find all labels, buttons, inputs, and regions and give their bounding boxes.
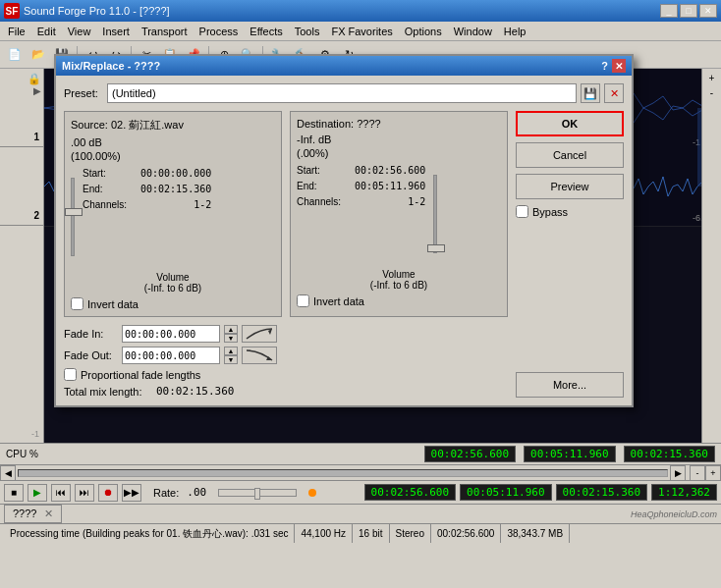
stop-button[interactable]: ■	[4, 484, 24, 502]
source-end-value: 00:02:15.360	[140, 182, 211, 197]
dest-invert-row: Invert data	[297, 294, 501, 307]
next-button[interactable]: ⏭	[75, 484, 94, 502]
ok-button[interactable]: OK	[516, 111, 624, 136]
menu-file[interactable]: File	[2, 24, 31, 39]
dest-pct: (.00%)	[297, 147, 501, 159]
menu-transport[interactable]: Transport	[136, 24, 194, 39]
fade-out-spinner: ▲ ▼	[224, 347, 238, 364]
freq-status: 44,100 Hz	[295, 524, 353, 543]
tab-main[interactable]: ???? ✕	[4, 505, 62, 523]
menu-view[interactable]: View	[62, 24, 97, 39]
title-bar: SF Sound Forge Pro 11.0 - [????] _ □ ✕	[0, 0, 721, 22]
menu-bar: File Edit View Insert Transport Process …	[0, 22, 721, 41]
dialog-close-button[interactable]: ✕	[612, 59, 626, 73]
source-channels-value: 1-2	[194, 197, 211, 213]
source-volume-slider[interactable]	[71, 174, 75, 260]
zoom-decrease-button[interactable]: -	[690, 465, 705, 481]
menu-window[interactable]: Window	[448, 24, 498, 39]
source-slider-thumb[interactable]	[65, 208, 83, 216]
dest-invert-checkbox[interactable]	[297, 294, 309, 307]
proportional-checkbox[interactable]	[64, 368, 77, 381]
fade-out-shape-button[interactable]	[242, 347, 277, 364]
source-start-label: Start:	[83, 166, 137, 182]
scroll-left-button[interactable]: ◀	[0, 465, 16, 481]
delete-preset-button[interactable]: ✕	[604, 83, 624, 103]
tab-close-icon[interactable]: ✕	[44, 508, 53, 519]
rate-value: .00	[187, 486, 206, 499]
fade-in-up-button[interactable]: ▲	[224, 325, 238, 334]
dest-invert-label: Invert data	[313, 295, 364, 307]
track-number-1: 1	[33, 132, 39, 142]
bypass-checkbox[interactable]	[516, 205, 528, 218]
preset-select[interactable]: (Untitled) ▼	[107, 83, 577, 103]
time-display-3: 00:02:15.360	[624, 446, 715, 462]
preset-label: Preset:	[64, 87, 103, 99]
dialog-right-panel: OK Cancel Preview Bypass More...	[516, 111, 624, 398]
source-end-label: End:	[83, 182, 137, 197]
time-display-1: 00:02:56.600	[424, 446, 516, 462]
dest-volume-label: Volume (-Inf. to 6 dB)	[297, 269, 501, 291]
fade-in-row: Fade In: ▲ ▼	[64, 325, 508, 343]
channels-status: Stereo	[390, 524, 431, 543]
svg-text:-6.0: -6.0	[693, 213, 701, 223]
cpu-label: CPU %	[6, 449, 38, 459]
fade-out-row: Fade Out: ▲ ▼	[64, 347, 508, 364]
expand-icon: ▶	[33, 85, 41, 96]
loop-button[interactable]: ▶▶	[122, 484, 141, 502]
menu-tools[interactable]: Tools	[289, 24, 326, 39]
zoom-out-icon[interactable]: -	[710, 87, 713, 98]
transport-time-3: 00:02:15.360	[556, 484, 647, 501]
svg-rect-11	[697, 108, 701, 187]
source-slider-track	[71, 178, 75, 256]
source-invert-row: Invert data	[71, 297, 275, 310]
menu-help[interactable]: Help	[498, 24, 532, 39]
close-button[interactable]: ✕	[699, 4, 717, 18]
zoom-increase-button[interactable]: +	[705, 465, 721, 481]
preview-button[interactable]: Preview	[516, 174, 624, 199]
fade-in-down-button[interactable]: ▼	[224, 334, 238, 343]
h-scrollbar: ◀ ▶ - +	[0, 464, 721, 480]
fade-out-up-button[interactable]: ▲	[224, 347, 238, 355]
source-invert-checkbox[interactable]	[71, 297, 83, 310]
prev-button[interactable]: ⏮	[51, 484, 71, 502]
fade-in-shape-button[interactable]	[242, 325, 277, 343]
dest-volume-slider[interactable]	[433, 171, 437, 257]
menu-effects[interactable]: Effects	[244, 24, 288, 39]
open-button[interactable]: 📂	[28, 44, 49, 66]
dialog-content: Preset: (Untitled) ▼ 💾 ✕ Source: 02. 薊江紅…	[56, 76, 632, 405]
menu-edit[interactable]: Edit	[31, 24, 62, 39]
dest-channels-label: Channels:	[297, 194, 351, 210]
source-start-value: 00:00:00.000	[140, 166, 211, 182]
new-button[interactable]: 📄	[4, 44, 26, 66]
total-mix-value: 00:02:15.360	[156, 385, 234, 398]
destination-panel: Destination: ???? -Inf. dB (.00%) Start:…	[290, 111, 508, 317]
save-preset-button[interactable]: 💾	[581, 83, 600, 103]
bypass-label: Bypass	[532, 206, 568, 218]
dest-slider-thumb[interactable]	[427, 244, 445, 252]
maximize-button[interactable]: □	[680, 4, 697, 18]
menu-insert[interactable]: Insert	[96, 24, 136, 39]
record-button[interactable]: ⏺	[98, 484, 118, 502]
mix-replace-dialog: Mix/Replace - ???? ? ✕ Preset: (Untitled…	[54, 54, 634, 407]
minimize-button[interactable]: _	[660, 4, 678, 18]
fade-out-input[interactable]	[122, 347, 220, 364]
dialog-help-button[interactable]: ?	[601, 60, 608, 72]
menu-fx-favorites[interactable]: FX Favorites	[325, 24, 398, 39]
dialog-title-text: Mix/Replace - ????	[62, 60, 160, 72]
source-panel: Source: 02. 薊江紅.wav .00 dB (100.00%)	[64, 111, 282, 317]
counter-display: 1:12,362	[651, 484, 717, 501]
more-button[interactable]: More...	[516, 372, 624, 398]
dest-title: Destination: ????	[297, 118, 501, 130]
fade-in-input[interactable]	[122, 325, 220, 343]
tab-bar: ???? ✕ HeaQphoneicluD.com	[0, 504, 721, 523]
time-status: 00:02:56.600	[431, 524, 501, 543]
cancel-button[interactable]: Cancel	[516, 142, 624, 168]
fade-out-down-button[interactable]: ▼	[224, 355, 238, 364]
transport-time-1: 00:02:56.600	[364, 484, 456, 501]
menu-process[interactable]: Process	[194, 24, 245, 39]
zoom-in-icon[interactable]: +	[709, 73, 715, 83]
scroll-right-button[interactable]: ▶	[670, 465, 686, 481]
play-button[interactable]: ▶	[28, 484, 47, 502]
menu-options[interactable]: Options	[399, 24, 448, 39]
bit-status: 16 bit	[353, 524, 389, 543]
